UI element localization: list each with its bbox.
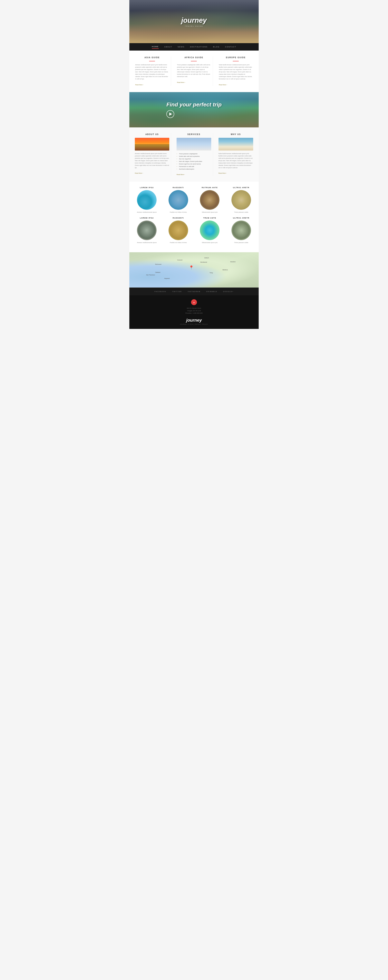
dest-item-5: LOREM IPSU Aenean vestibulumante ipsum [132,217,161,243]
dest-caption-6: Facillisi orci lofias el trines [164,242,193,243]
dest-circle-5[interactable] [137,221,157,240]
nav-home[interactable]: HOME [152,45,159,49]
dest-caption-7: Elibulumante ipsum pris [195,242,224,243]
dest-title-8: ULTRIG ARETR [227,217,256,219]
dest-item-2: RAESENTI Facillisi orci lofias el trines [164,186,193,213]
europe-read-more[interactable]: Read More [219,84,227,86]
map-label-tracy: Tracy [210,272,213,274]
dest-circle-2[interactable] [169,190,188,210]
dest-caption-5: Aenean vestibulumante ipsum [132,242,161,243]
nav-news[interactable]: NEWS [178,45,184,49]
dest-caption-2: Facillisi orci lofias el trines [164,211,193,213]
map-label-rich: Richmond [155,264,161,265]
map-label-brent: Brentwood [200,261,207,263]
footer-address: 4812 St. Abundo Street, Chopper, DC 45 1… [133,307,255,315]
whyus-col: WHY US Nulla facillit Aenean vestibuluma… [217,133,255,176]
dest-caption-8: Trines peavare cubita [227,242,256,243]
list-item: Aue nec augurtem [177,158,211,160]
map-pin[interactable]: 📍 [189,265,194,270]
services-image [177,138,211,151]
map-label-sf: San Francisco [146,274,155,275]
hero-content: journey TRAVEL GUIDE [181,16,207,27]
about-text: Aenean vestibulumante ipsum prim facilli… [135,153,169,169]
social-google[interactable]: GOOGLE+ [223,291,234,293]
footer-phone: Phoneline: +1 865 359 6345 [185,312,203,314]
dest-title-2: RAESENTI [164,186,193,189]
list-item: Scilicit aldo velit sed la pharetra [177,155,211,158]
services-col: SERVICES Trices peavare cubpitapedor Sci… [175,133,213,176]
dest-caption-3: Elibulumante ipsum pris [195,211,224,213]
dest-caption-1: Aenean vestibulumante ipsum [132,211,161,213]
footer-icon [191,299,197,305]
dest-title-4: ULTRIG ARETR [227,186,256,189]
footer-logo: journey [133,318,255,323]
services-title: SERVICES [177,133,211,135]
dest-title-5: LOREM IPSU [132,217,161,219]
panorama-background [129,92,259,127]
about-col: ABOUT US Aenean vestibulumante ipsum pri… [133,133,171,176]
social-instagram[interactable]: INSTAGRAM [188,291,200,293]
nav-about[interactable]: ABOUT [164,45,172,49]
dest-item-3: RUTRUM ANTE Elibulumante ipsum pris [195,186,224,213]
whyus-read-more[interactable]: Read More [218,172,227,174]
dest-item-7: TRUM ANTE Elibulumante ipsum pris [195,217,224,243]
address-line2: Chopper, DC 45 11 45 [187,310,201,312]
africa-guide-text: Trices peabare cubpitapedar tolltit soll… [177,64,211,78]
list-item: Fermentum in velit selit [177,165,211,168]
footer-copyright: JOURNEY © 2014 | PRIVACY POLICY [133,324,255,325]
asia-guide-title: ASIA GUIDE [135,56,169,59]
play-button[interactable] [166,110,174,118]
list-item: Nam elit magna. Donem porta diam [177,160,211,163]
europe-guide-title: EUROPE GUIDE [219,56,253,59]
list-item: Auchivaris aliamscylum [177,168,211,170]
asia-guide-col: ASIA GUIDE Aenean vestibulumante ipsum p… [133,56,171,86]
dest-circle-6[interactable] [169,221,188,240]
africa-divider [191,61,197,61]
europe-divider [233,61,239,61]
nav-contact[interactable]: CONTACT [225,45,236,49]
dest-item-6: RAESENTI Facillisi orci lofias el trines [164,217,193,243]
europe-guide-col: EUROPE GUIDE Nulla facillit Aenean vesti… [217,56,255,86]
whyus-text: Nulla facillit Aenean vestibulumante ips… [218,153,253,169]
panorama-headline: Find your perfect trip [166,102,222,108]
list-item: Donem eget fius min amet lacinia [177,163,211,165]
social-facebook[interactable]: FACEBOOK [154,291,166,293]
dest-circle-4[interactable] [231,190,251,210]
dest-item-1: LOREM IPSU Aenean vestibulumante ipsum [132,186,161,213]
asia-read-more[interactable]: Read More [135,84,143,86]
dest-circle-1[interactable] [137,190,157,210]
map-label-stockton: Stockton [230,261,235,262]
about-title: ABOUT US [135,133,169,135]
destinations-row-1: LOREM IPSU Aenean vestibulumante ipsum R… [132,186,256,213]
europe-guide-text: Nulla facillit Aenean vestibulumante ips… [219,64,253,80]
social-dribbble[interactable]: DRIBBBLE [206,291,217,293]
dest-title-7: TRUM ANTE [195,217,224,219]
africa-read-more[interactable]: Read More [177,81,185,83]
asia-guide-text: Aenean vestibulumante ipsum prim facilli… [135,64,169,80]
asia-divider [149,61,155,61]
social-twitter[interactable]: TWITTER [172,291,182,293]
dest-circle-3[interactable] [200,190,219,210]
whyus-title: WHY US [218,133,253,135]
map-section: 📍 San Francisco Oakland Richmond Concord… [129,252,259,288]
guide-section: ASIA GUIDE Aenean vestibulumante ipsum p… [129,51,259,92]
map-label-manteca: Manteca [223,269,228,270]
about-read-more[interactable]: Read More [135,172,143,174]
address-line1: 4812 St. Abundo Street, [187,307,201,309]
destinations-section: LOREM IPSU Aenean vestibulumante ipsum R… [129,182,259,252]
destinations-row-2: LOREM IPSU Aenean vestibulumante ipsum R… [132,217,256,243]
site-tagline: TRAVEL GUIDE [181,25,207,27]
dest-title-1: LOREM IPSU [132,186,161,189]
site-logo: journey [181,16,207,24]
panorama-section: Find your perfect trip [129,92,259,127]
dest-title-3: RUTRUM ANTE [195,186,224,189]
dest-item-4: ULTRIG ARETR Trines peavare cubita [227,186,256,213]
dest-circle-7[interactable] [200,221,219,240]
dest-circle-8[interactable] [231,221,251,240]
nav-blog[interactable]: BLOG [213,45,219,49]
nav-destinations[interactable]: DESTINATIONS [190,45,208,49]
footer-section: 4812 St. Abundo Street, Chopper, DC 45 1… [129,295,259,329]
social-bar: FACEBOOK TWITTER INSTAGRAM DRIBBBLE GOOG… [129,288,259,295]
services-read-more[interactable]: Read More [177,173,185,175]
main-nav: HOME ABOUT NEWS DESTINATIONS BLOG CONTAC… [129,43,259,51]
